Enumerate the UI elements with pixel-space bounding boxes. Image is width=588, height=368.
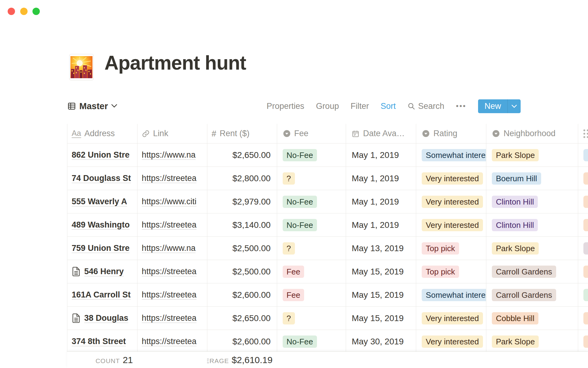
cell-rating[interactable]: Somewhat interested — [416, 144, 486, 167]
date-value: May 30, 2019 — [352, 337, 404, 347]
cell-fee[interactable]: No-Fee — [277, 330, 346, 353]
cell-neighborhood[interactable]: Park Slope — [486, 237, 578, 260]
cell-rent[interactable]: $2,600.00 — [207, 283, 277, 306]
new-button-chevron chevron-down-icon[interactable] — [507, 99, 521, 113]
footer-count[interactable]: COUNT 21 — [67, 352, 137, 368]
cell-date-available[interactable]: May 15, 2019 — [346, 260, 416, 283]
cell-rent[interactable]: $2,500.00 — [207, 237, 277, 260]
page-emoji sunset-over-buildings-icon[interactable] — [69, 54, 94, 80]
cell-link[interactable]: https://www.citi — [138, 190, 207, 213]
cell-fee[interactable]: No-Fee — [277, 190, 346, 213]
cell-rent[interactable]: $2,650.00 — [207, 307, 277, 330]
traffic-light-minimize-button[interactable] — [20, 8, 28, 15]
cell-address[interactable]: 74 Douglass St — [67, 167, 138, 190]
toolbar-more-button more-icon[interactable]: ••• — [456, 102, 466, 110]
toolbar-sort-button[interactable]: Sort — [381, 102, 396, 111]
toolbar-search-button[interactable]: Search — [407, 102, 444, 111]
cell-rent[interactable]: $2,650.00 — [207, 144, 277, 167]
column-header-neighborhood[interactable]: Neighborhood — [486, 124, 578, 143]
cell-neighborhood[interactable]: Boerum Hill — [486, 167, 578, 190]
column-header-address[interactable]: Aa Address — [67, 124, 138, 143]
cell-address[interactable]: 759 Union Stre — [67, 237, 138, 260]
column-header-date-available[interactable]: Date Ava… — [346, 124, 416, 143]
cell-date-available[interactable]: May 15, 2019 — [346, 307, 416, 330]
cell-address[interactable]: 862 Union Stre — [67, 144, 138, 167]
fee-tag: ? — [283, 172, 295, 185]
cell-fee[interactable]: No-Fee — [277, 144, 346, 167]
cell-neighborhood[interactable]: Cobble Hill — [486, 307, 578, 330]
cell-link[interactable]: https://streetea — [138, 260, 207, 283]
cell-rent[interactable]: $2,979.00 — [207, 190, 277, 213]
cell-partial-column[interactable] — [578, 167, 588, 190]
cell-link[interactable]: https://www.na — [138, 237, 207, 260]
cell-neighborhood[interactable]: Carroll Gardens — [486, 260, 578, 283]
cell-link[interactable]: https://streetea — [138, 307, 207, 330]
clipped-tag — [583, 266, 588, 278]
cell-link[interactable]: https://streetea — [138, 213, 207, 236]
cell-address[interactable]: 546 Henry — [67, 260, 138, 283]
toolbar-group-button[interactable]: Group — [316, 102, 339, 111]
cell-partial-column[interactable] — [578, 144, 588, 167]
footer-average[interactable]: AVERAGE $2,610.19 — [207, 352, 277, 368]
cell-rating[interactable]: Top pick — [416, 237, 486, 260]
cell-address[interactable]: 161A Carroll St — [67, 283, 138, 306]
cell-date-available[interactable]: May 1, 2019 — [346, 190, 416, 213]
cell-date-available[interactable]: May 1, 2019 — [346, 144, 416, 167]
cell-rating[interactable]: Very interested — [416, 190, 486, 213]
cell-neighborhood[interactable]: Carroll Gardens — [486, 283, 578, 306]
cell-rent[interactable]: $3,140.00 — [207, 213, 277, 236]
cell-partial-column[interactable] — [578, 307, 588, 330]
column-header-link[interactable]: Link — [138, 124, 207, 143]
cell-date-available[interactable]: May 1, 2019 — [346, 167, 416, 190]
cell-fee[interactable]: ? — [277, 237, 346, 260]
cell-date-available[interactable]: May 30, 2019 — [346, 330, 416, 353]
view-switcher[interactable]: Master — [67, 101, 117, 111]
cell-rent[interactable]: $2,600.00 — [207, 330, 277, 353]
column-header-rent[interactable]: # Rent ($) — [207, 124, 277, 143]
cell-partial-column[interactable] — [578, 283, 588, 306]
cell-fee[interactable]: Fee — [277, 283, 346, 306]
new-button-label[interactable]: New — [478, 99, 507, 113]
cell-neighborhood[interactable]: Clinton Hill — [486, 213, 578, 236]
toolbar-properties-button[interactable]: Properties — [267, 102, 304, 111]
cell-rating[interactable]: Very interested — [416, 307, 486, 330]
cell-partial-column[interactable] — [578, 330, 588, 353]
column-header-rating[interactable]: Rating — [416, 124, 486, 143]
cell-link[interactable]: https://www.na — [138, 144, 207, 167]
cell-address[interactable]: 555 Waverly A — [67, 190, 138, 213]
cell-date-available[interactable]: May 1, 2019 — [346, 213, 416, 236]
cell-rating[interactable]: Somewhat interested — [416, 283, 486, 306]
cell-fee[interactable]: ? — [277, 167, 346, 190]
cell-rating[interactable]: Very interested — [416, 213, 486, 236]
cell-neighborhood[interactable]: Clinton Hill — [486, 190, 578, 213]
cell-partial-column[interactable] — [578, 190, 588, 213]
cell-date-available[interactable]: May 15, 2019 — [346, 283, 416, 306]
cell-rating[interactable]: Top pick — [416, 260, 486, 283]
cell-link[interactable]: https://streetea — [138, 330, 207, 353]
cell-rating[interactable]: Very interested — [416, 330, 486, 353]
cell-link[interactable]: https://streetea — [138, 167, 207, 190]
cell-fee[interactable]: ? — [277, 307, 346, 330]
new-button[interactable]: New — [478, 99, 521, 113]
cell-link[interactable]: https://streetea — [138, 283, 207, 306]
cell-rating[interactable]: Very interested — [416, 167, 486, 190]
cell-partial-column[interactable] — [578, 260, 588, 283]
cell-partial-column[interactable] — [578, 213, 588, 236]
cell-rent[interactable]: $2,800.00 — [207, 167, 277, 190]
cell-date-available[interactable]: May 13, 2019 — [346, 237, 416, 260]
cell-neighborhood[interactable]: Park Slope — [486, 144, 578, 167]
column-header-fee[interactable]: Fee — [277, 124, 346, 143]
traffic-light-zoom-button[interactable] — [32, 8, 40, 15]
select-icon — [492, 129, 500, 138]
cell-address[interactable]: 38 Douglas — [67, 307, 138, 330]
cell-address[interactable]: 374 8th Street — [67, 330, 138, 353]
traffic-light-close-button[interactable] — [8, 8, 15, 15]
cell-address[interactable]: 489 Washingto — [67, 213, 138, 236]
column-header-partial[interactable] — [578, 124, 588, 143]
cell-rent[interactable]: $2,500.00 — [207, 260, 277, 283]
cell-partial-column[interactable] — [578, 237, 588, 260]
cell-fee[interactable]: Fee — [277, 260, 346, 283]
cell-fee[interactable]: No-Fee — [277, 213, 346, 236]
toolbar-filter-button[interactable]: Filter — [351, 102, 369, 111]
cell-neighborhood[interactable]: Park Slope — [486, 330, 578, 353]
